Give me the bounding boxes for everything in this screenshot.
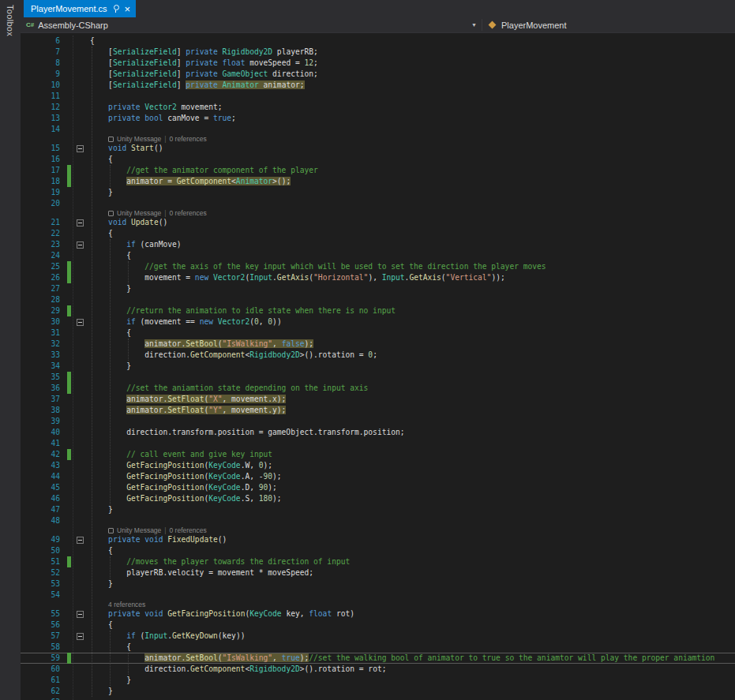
fold-toggle-icon[interactable] — [77, 611, 84, 618]
code-token — [90, 144, 108, 152]
code-token: void — [144, 535, 163, 544]
code-line[interactable]: 55 private void GetFacingPosition(KeyCod… — [21, 608, 735, 620]
codelens-link[interactable]: 0 references — [170, 526, 207, 534]
code-line[interactable]: 60 direction.GetComponent<Rigidbody2D>()… — [21, 664, 735, 675]
code-line[interactable]: 61 } — [21, 675, 735, 686]
project-dropdown[interactable]: Assembly-CSharp — [21, 17, 482, 32]
code-editor[interactable]: 6{7 [SerializeField] private Rigidbody2D… — [21, 33, 735, 700]
change-indicator — [67, 545, 71, 556]
code-line[interactable]: 41 — [21, 438, 735, 449]
code-line[interactable]: 40 direction.transform.position = gameOb… — [21, 427, 735, 438]
code-token: 180 — [259, 494, 272, 503]
code-line[interactable]: 51 //moves the player towards the direct… — [21, 556, 735, 567]
code-line[interactable]: 31 { — [21, 328, 735, 339]
code-line[interactable]: 12 private Vector2 movement; — [21, 102, 735, 113]
code-line[interactable]: 50 { — [21, 545, 735, 556]
code-line[interactable]: 52 playerRB.velocity = movement * moveSp… — [21, 567, 735, 578]
code-line[interactable]: 32 animator.SetBool("IsWalking", false); — [21, 339, 735, 350]
code-line[interactable]: 39 — [21, 416, 735, 427]
code-line[interactable]: 26 movement = new Vector2(Input.GetAxis(… — [21, 272, 735, 283]
codelens-link[interactable]: Unity Message — [117, 526, 161, 534]
toolbox-panel-tab[interactable]: Toolbox — [0, 0, 21, 700]
pin-icon[interactable] — [112, 4, 120, 13]
fold-toggle-icon[interactable] — [77, 219, 84, 226]
code-line[interactable]: 19 } — [21, 187, 735, 198]
change-indicator — [67, 578, 71, 590]
code-line[interactable]: 8 [SerializeField] private float moveSpe… — [21, 58, 735, 69]
code-line[interactable]: 35 — [21, 372, 735, 383]
code-line[interactable]: 23 if (canMove) — [21, 239, 735, 250]
change-indicator — [67, 504, 71, 515]
code-token — [90, 483, 126, 492]
code-line[interactable]: 58 { — [21, 642, 735, 653]
code-line[interactable]: 43 GetFacingPosition(KeyCode.W, 0); — [21, 460, 735, 471]
code-line[interactable]: 14 — [21, 124, 735, 135]
change-indicator — [67, 339, 71, 350]
code-line[interactable]: 54 — [21, 590, 735, 601]
code-line[interactable]: 21 void Update() — [21, 217, 735, 228]
code-token: //moves the player towards the direction… — [126, 557, 350, 566]
code-line[interactable]: 11 — [21, 91, 735, 102]
code-token: new — [195, 273, 208, 282]
code-token: ; — [231, 114, 236, 122]
fold-toggle-icon[interactable] — [77, 145, 84, 152]
code-line[interactable]: 59 animator.SetBool("IsWalking", true);/… — [21, 653, 735, 664]
fold-toggle-icon[interactable] — [77, 319, 84, 326]
code-line[interactable]: 44 GetFacingPosition(KeyCode.A, -90); — [21, 471, 735, 482]
toolbox-label: Toolbox — [6, 5, 15, 36]
code-line[interactable]: 37 animator.SetFloat("X", movement.x); — [21, 394, 735, 405]
type-dropdown[interactable]: PlayerMovement — [482, 17, 735, 32]
code-line[interactable]: 13 private bool canMove = true; — [21, 113, 735, 124]
code-line[interactable]: 10 [SerializeField] private Animator ani… — [21, 80, 735, 91]
code-line[interactable]: 38 animator.SetFloat("Y", movement.y); — [21, 405, 735, 416]
codelens-link[interactable]: 0 references — [170, 209, 207, 217]
code-line[interactable]: 57 if (Input.GetKeyDown(key)) — [21, 631, 735, 642]
code-line[interactable]: 17 //get the animator component of the p… — [21, 165, 735, 176]
code-line[interactable]: 45 GetFacingPosition(KeyCode.D, 90); — [21, 482, 735, 493]
close-icon[interactable] — [125, 4, 131, 14]
code-line[interactable]: 20 — [21, 198, 735, 209]
code-line[interactable]: 63 — [21, 697, 735, 700]
codelens-link[interactable]: 4 references — [108, 601, 145, 608]
code-token: } — [90, 676, 131, 684]
document-well: PlayerMovement.cs Assembly-CSharp Player… — [21, 0, 735, 700]
code-line[interactable]: 53 } — [21, 578, 735, 590]
fold-toggle-icon[interactable] — [77, 633, 84, 640]
code-line[interactable]: 18 animator = GetComponent<Animator>(); — [21, 176, 735, 187]
code-line[interactable]: 25 //get the axis of the key input which… — [21, 261, 735, 272]
code-line[interactable]: 36 //set the aniamtion state depending o… — [21, 383, 735, 394]
code-line[interactable]: 6{ — [21, 36, 735, 47]
code-line[interactable]: 34 } — [21, 361, 735, 372]
code-line[interactable]: 7 [SerializeField] private Rigidbody2D p… — [21, 47, 735, 58]
codelens-link[interactable]: 0 references — [170, 135, 207, 143]
code-line[interactable]: 27 } — [21, 283, 735, 294]
code-line[interactable]: 28 — [21, 294, 735, 305]
code-token: Rigidbody2D — [249, 664, 300, 673]
code-token: { — [90, 36, 95, 45]
code-line[interactable]: 22 { — [21, 228, 735, 239]
line-number: 20 — [21, 198, 60, 209]
code-token: animator; — [259, 80, 305, 89]
code-line[interactable]: 48 — [21, 515, 735, 526]
code-line[interactable]: 46 GetFacingPosition(KeyCode.S, 180); — [21, 493, 735, 504]
fold-toggle-icon[interactable] — [77, 241, 84, 249]
code-line[interactable]: 15 void Start() — [21, 143, 735, 154]
code-line[interactable]: 24 { — [21, 250, 735, 261]
code-line[interactable]: 42 // call event and give key input — [21, 449, 735, 460]
code-line[interactable]: 16 { — [21, 154, 735, 165]
fold-toggle-icon[interactable] — [77, 537, 84, 544]
code-line[interactable]: 33 direction.GetComponent<Rigidbody2D>()… — [21, 350, 735, 361]
document-tab[interactable]: PlayerMovement.cs — [24, 0, 136, 17]
code-line[interactable]: 47 } — [21, 504, 735, 515]
change-indicator — [67, 272, 71, 283]
codelens-link[interactable]: Unity Message — [117, 209, 161, 217]
code-line[interactable]: 29 //return the animation to idle state … — [21, 305, 735, 316]
code-line[interactable]: 9 [SerializeField] private GameObject di… — [21, 69, 735, 80]
code-token: animator. — [144, 653, 186, 662]
code-line[interactable]: 62 } — [21, 686, 735, 697]
codelens-link[interactable]: Unity Message — [117, 135, 161, 143]
code-line[interactable]: 56 { — [21, 620, 735, 631]
change-indicator — [67, 653, 71, 664]
code-line[interactable]: 49 private void FixedUpdate() — [21, 534, 735, 545]
code-line[interactable]: 30 if (movement == new Vector2(0, 0)) — [21, 316, 735, 328]
